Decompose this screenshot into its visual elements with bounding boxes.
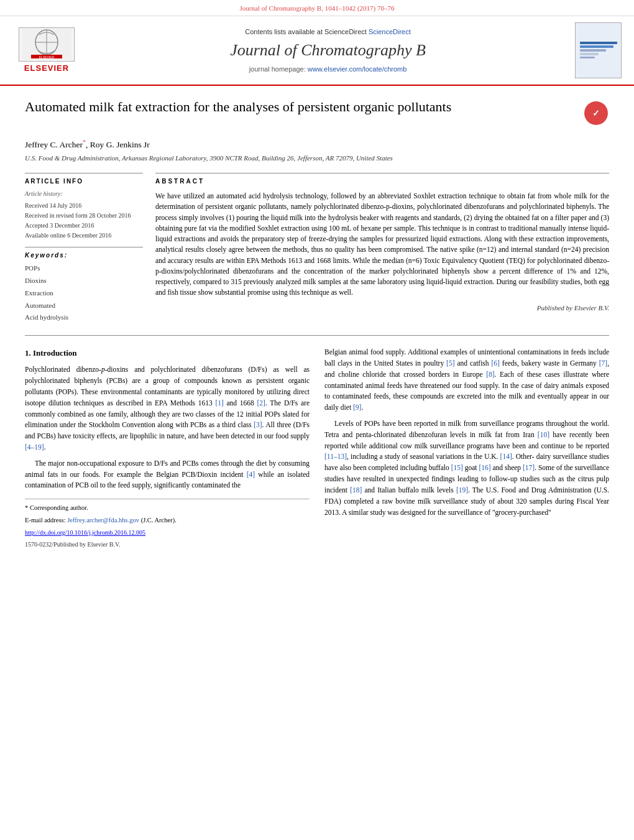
received-text: Received 14 July 2016 xyxy=(25,201,143,211)
email-line: E-mail address: Jeffrey.archer@fda.hhs.g… xyxy=(25,515,310,525)
doi-line: http://dx.doi.org/10.1016/j.jchromb.2016… xyxy=(25,528,310,538)
keyword-automated: Automated xyxy=(25,300,143,312)
sciencedirect-link[interactable]: ScienceDirect xyxy=(369,28,411,35)
cover-line-1 xyxy=(580,42,617,44)
email-address: Jeffrey.archer@fda.hhs.gov xyxy=(67,517,139,524)
article-info-title: ARTICLE INFO xyxy=(25,177,143,186)
svg-text:ELSEVIER: ELSEVIER xyxy=(39,55,55,59)
authors-line: Jeffrey C. Archer*, Roy G. Jenkins Jr xyxy=(25,137,609,150)
body-left-column: 1. Introduction Polychlorinated dibenzo-… xyxy=(25,347,310,550)
intro-para1: Polychlorinated dibenzo-p-dioxins and po… xyxy=(25,364,310,453)
right-para2: Levels of POPs have been reported in mil… xyxy=(324,418,609,518)
received-revised-text: Received in revised form 28 October 2016 xyxy=(25,211,143,221)
elsevier-logo-block: ELSEVIER ELSEVIER xyxy=(12,27,81,74)
body-right-column: Belgian animal food supply. Additional e… xyxy=(324,347,609,550)
email-label: E-mail address: xyxy=(25,517,66,524)
journal-homepage-line: journal homepage: www.elsevier.com/locat… xyxy=(93,65,563,74)
body-columns: 1. Introduction Polychlorinated dibenzo-… xyxy=(25,347,609,550)
abstract-title: ABSTRACT xyxy=(155,173,609,186)
keyword-dioxins: Dioxins xyxy=(25,275,143,287)
abstract-text: We have utilized an automated acid hydro… xyxy=(155,191,609,298)
journal-reference: Journal of Chromatography B, 1041–1042 (… xyxy=(0,0,634,16)
journal-banner: ELSEVIER ELSEVIER Contents lists availab… xyxy=(0,16,634,86)
article-info-panel: ARTICLE INFO Article history: Received 1… xyxy=(25,173,143,324)
journal-center: Contents lists available at ScienceDirec… xyxy=(81,27,575,74)
contents-text: Contents lists available at ScienceDirec… xyxy=(245,28,367,35)
corresponding-label: * Corresponding author. xyxy=(25,503,310,513)
contents-available-line: Contents lists available at ScienceDirec… xyxy=(93,27,563,37)
cover-line-2 xyxy=(580,45,613,48)
crossmark-badge: ✓ xyxy=(584,101,609,126)
history-label: Article history: xyxy=(25,190,143,198)
affiliation-line: U.S. Food & Drug Administration, Arkansa… xyxy=(25,154,609,163)
article-title-section: Automated milk fat extraction for the an… xyxy=(25,98,609,131)
doi-text: http://dx.doi.org/10.1016/j.jchromb.2016… xyxy=(25,529,145,536)
keyword-pops: POPs xyxy=(25,262,143,275)
corresponding-text: * Corresponding author. xyxy=(25,504,88,511)
cover-decoration xyxy=(580,42,617,60)
journal-title-banner: Journal of Chromatography B xyxy=(93,39,563,62)
intro-heading: 1. Introduction xyxy=(25,347,310,359)
doi-link[interactable]: http://dx.doi.org/10.1016/j.jchromb.2016… xyxy=(25,529,145,536)
available-text: Available online 6 December 2016 xyxy=(25,231,143,241)
article-title: Automated milk fat extraction for the an… xyxy=(25,98,584,116)
footnote-section: * Corresponding author. E-mail address: … xyxy=(25,499,310,550)
journal-ref-text: Journal of Chromatography B, 1041–1042 (… xyxy=(240,4,395,12)
page-wrapper: Journal of Chromatography B, 1041–1042 (… xyxy=(0,0,634,562)
homepage-label: journal homepage: xyxy=(249,65,306,73)
section-number: 1. xyxy=(25,348,31,358)
section-title-text: Introduction xyxy=(33,348,77,358)
elsevier-label: ELSEVIER xyxy=(24,63,69,74)
issn-line: 1570-0232/Published by Elsevier B.V. xyxy=(25,540,310,550)
accepted-text: Accepted 3 December 2016 xyxy=(25,221,143,231)
received-date: Received 14 July 2016 Received in revise… xyxy=(25,201,143,241)
info-abstract-columns: ARTICLE INFO Article history: Received 1… xyxy=(25,173,609,324)
authors-text: Jeffrey C. Archer*, Roy G. Jenkins Jr xyxy=(25,140,150,149)
article-content: Automated milk fat extraction for the an… xyxy=(0,86,634,561)
keywords-section: Keywords: POPs Dioxins Extraction Automa… xyxy=(25,247,143,324)
abstract-section: ABSTRACT We have utilized an automated a… xyxy=(155,173,609,324)
cover-line-3 xyxy=(580,49,606,52)
crossmark-circle: ✓ xyxy=(584,101,608,125)
keywords-title: Keywords: xyxy=(25,251,143,260)
elsevier-logo-image: ELSEVIER xyxy=(19,27,75,62)
cover-line-4 xyxy=(580,53,599,55)
published-by: Published by Elsevier B.V. xyxy=(155,303,609,313)
intro-para2: The major non-occupational exposure to D… xyxy=(25,458,310,491)
journal-cover-image xyxy=(575,22,622,78)
email-suffix: (J.C. Archer). xyxy=(141,517,177,524)
email-link[interactable]: Jeffrey.archer@fda.hhs.gov xyxy=(67,517,139,524)
section-divider xyxy=(25,335,609,336)
keyword-extraction: Extraction xyxy=(25,287,143,300)
keywords-list: POPs Dioxins Extraction Automated Acid h… xyxy=(25,262,143,324)
keyword-acid-hydrolysis: Acid hydrolysis xyxy=(25,312,143,324)
right-para1: Belgian animal food supply. Additional e… xyxy=(324,347,609,413)
homepage-link[interactable]: www.elsevier.com/locate/chromb xyxy=(308,65,407,73)
cover-line-5 xyxy=(580,57,595,58)
